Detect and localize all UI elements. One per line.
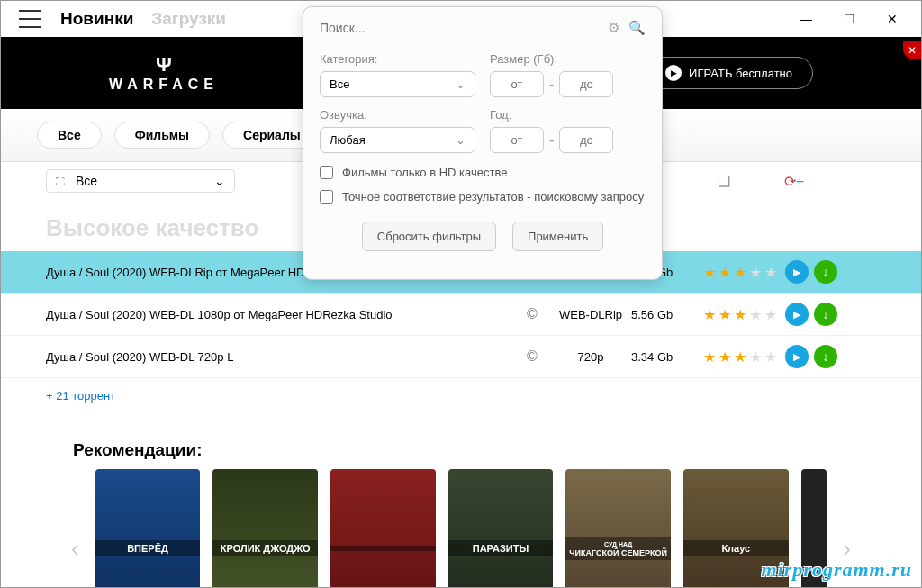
year-from-input[interactable] bbox=[490, 127, 544, 153]
year-to-input[interactable] bbox=[559, 127, 613, 153]
loading-icon: ⟳+ bbox=[784, 173, 804, 190]
warface-logo: Ψ WARFACE bbox=[109, 53, 219, 93]
range-dash: - bbox=[549, 132, 554, 149]
row-rating: ★★★★★ bbox=[703, 306, 780, 323]
category-select[interactable]: Все ⌄ bbox=[320, 71, 475, 97]
more-torrents-link[interactable]: + 21 торрент bbox=[1, 378, 921, 413]
prev-arrow[interactable]: ‹ bbox=[68, 535, 83, 563]
chevron-down-icon: ⌄ bbox=[214, 174, 225, 188]
play-free-button[interactable]: ИГРАТЬ бесплатно bbox=[645, 57, 813, 89]
table-row[interactable]: Душа / Soul (2020) WEB-DL 720p L © 720p … bbox=[1, 336, 921, 378]
range-dash: - bbox=[549, 77, 554, 93]
download-button[interactable]: ↓ bbox=[814, 345, 837, 368]
play-button[interactable]: ▶ bbox=[785, 345, 809, 368]
minimize-button[interactable]: — bbox=[795, 12, 817, 26]
close-ad-button[interactable]: ✕ bbox=[903, 41, 921, 59]
layers-icon[interactable]: ❑ bbox=[718, 173, 730, 190]
maximize-button[interactable]: ☐ bbox=[838, 12, 860, 26]
local-filter-value: Все bbox=[76, 174, 97, 188]
row-rating: ★★★★★ bbox=[703, 348, 780, 366]
tab-downloads[interactable]: Загрузки bbox=[151, 9, 226, 29]
pill-all[interactable]: Все bbox=[37, 122, 102, 149]
voice-select[interactable]: Любая ⌄ bbox=[320, 127, 475, 153]
size-from-input[interactable] bbox=[490, 71, 544, 97]
table-row[interactable]: Душа / Soul (2020) WEB-DL 1080p от MegaP… bbox=[1, 294, 921, 336]
size-label: Размер (Гб): bbox=[490, 52, 646, 66]
row-size: 3.34 Gb bbox=[631, 350, 703, 364]
row-title: Душа / Soul (2020) WEB-DL 1080p от MegaP… bbox=[46, 308, 514, 321]
chevron-down-icon: ⌄ bbox=[456, 133, 466, 147]
voice-label: Озвучка: bbox=[320, 108, 475, 122]
row-lang: © bbox=[514, 348, 550, 365]
search-icon[interactable]: 🔍 bbox=[628, 20, 646, 36]
exact-match-checkbox[interactable]: Точное соответствие результатов - поиско… bbox=[320, 190, 646, 204]
window-controls: — ☐ ✕ bbox=[795, 12, 914, 26]
play-button[interactable]: ▶ bbox=[785, 303, 809, 326]
recommendations-title: Рекомендации: bbox=[1, 413, 921, 469]
local-filter-dropdown[interactable]: ⛶ Все ⌄ bbox=[46, 169, 235, 193]
chevron-down-icon: ⌄ bbox=[456, 77, 466, 91]
reset-filters-button[interactable]: Сбросить фильтры bbox=[362, 222, 496, 251]
hamburger-menu[interactable] bbox=[19, 10, 41, 28]
expand-icon: ⛶ bbox=[56, 176, 65, 186]
row-quality: WEB-DLRip bbox=[550, 308, 631, 321]
category-label: Категория: bbox=[320, 52, 475, 66]
play-button[interactable]: ▶ bbox=[785, 260, 809, 284]
tab-new[interactable]: Новинки bbox=[60, 9, 133, 29]
size-range: - bbox=[490, 71, 646, 97]
poster[interactable]: СУД НАДЧИКАГСКОЙ СЕМЕРКОЙ bbox=[565, 469, 671, 588]
view-icons: ❑ ⟳+ bbox=[718, 173, 876, 190]
hd-only-label: Фильмы только в HD качестве bbox=[342, 166, 507, 179]
watermark: mirprogramm.ru bbox=[762, 558, 912, 582]
search-bar: ⚙ 🔍 bbox=[320, 20, 646, 36]
row-title: Душа / Soul (2020) WEB-DL 720p L bbox=[46, 350, 514, 364]
poster[interactable] bbox=[330, 469, 436, 588]
row-quality: 720p bbox=[550, 350, 631, 364]
apply-filters-button[interactable]: Применить bbox=[512, 222, 603, 251]
category-value: Все bbox=[330, 77, 349, 91]
size-to-input[interactable] bbox=[559, 71, 613, 97]
exact-match-label: Точное соответствие результатов - поиско… bbox=[342, 190, 644, 204]
year-label: Год: bbox=[490, 108, 646, 122]
filter-sliders-icon[interactable]: ⚙ bbox=[608, 20, 619, 36]
pill-movies[interactable]: Фильмы bbox=[114, 122, 210, 149]
poster[interactable]: ВПЕРЁД bbox=[95, 469, 201, 588]
poster[interactable]: ПАРАЗИТЫ bbox=[448, 469, 554, 588]
row-lang: © bbox=[514, 306, 550, 322]
year-range: - bbox=[490, 127, 646, 153]
titlebar-tabs: Новинки Загрузки bbox=[60, 9, 226, 29]
close-button[interactable]: ✕ bbox=[881, 12, 903, 26]
search-filter-panel: ⚙ 🔍 Категория: Все ⌄ Озвучка: Любая ⌄ Ра… bbox=[303, 6, 663, 280]
row-rating: ★★★★★ bbox=[703, 264, 780, 281]
search-input[interactable] bbox=[320, 21, 599, 35]
poster[interactable]: КРОЛИК ДЖОДЖО bbox=[212, 469, 318, 588]
download-button[interactable]: ↓ bbox=[814, 260, 837, 284]
download-button[interactable]: ↓ bbox=[814, 303, 837, 326]
row-size: 5.56 Gb bbox=[631, 308, 703, 321]
hd-only-checkbox[interactable]: Фильмы только в HD качестве bbox=[320, 166, 646, 179]
voice-value: Любая bbox=[330, 133, 366, 147]
